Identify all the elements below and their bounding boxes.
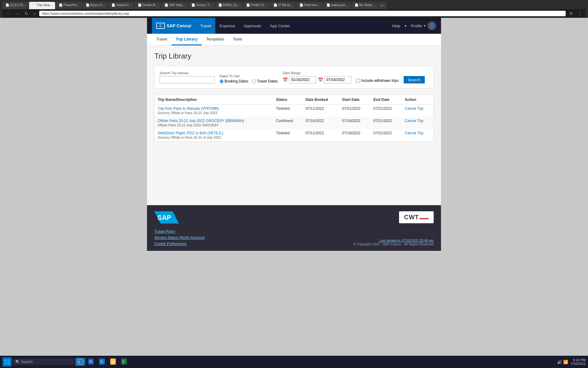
help-dropdown-arrow[interactable]: ▼ [404,24,407,28]
footer-bottom: Travel Policy Service Status (North Amer… [154,229,434,246]
browser-tab-12[interactable]: 📄 Hotel boo... [296,2,323,9]
start-button[interactable] [2,357,12,366]
travel-dates-input[interactable] [252,79,256,83]
trip-desc-2: Offsite Paris 20-21 July 2022 GROCERY [158,123,219,127]
trip-link-2[interactable]: Offsite Paris 20-21 July 2022 GROCERY (B… [158,119,244,123]
end-date-cell-1: 07/21/2022 [370,105,401,117]
last-signed-in-link[interactable]: Last signed in: 07/16/2022 05:46 am [379,239,434,242]
home-button[interactable]: ⌂ [32,10,37,17]
taskbar-excel[interactable]: X [119,358,129,366]
cwt-underline [420,218,429,219]
browser-tab-11[interactable]: 📄 67 Bd du... [270,2,296,9]
help-button[interactable]: Help [392,24,401,28]
calendar-to-icon[interactable]: 📅 [318,77,323,82]
nav-item-approvals[interactable]: Approvals [239,18,266,34]
svg-text:X: X [122,360,125,363]
cookie-preferences-link[interactable]: Cookie Preferences [154,242,205,246]
table-row: WebDirect Flight: POZ to BVA (VETEJL) Gr… [155,129,434,142]
back-button[interactable]: ← [5,10,12,17]
browser-tab-8[interactable]: 📄 Concur: T... [188,2,215,9]
trip-link-1[interactable]: Trip from Paris to Warsaw (VFPCMR) [158,106,219,111]
subnav-tools[interactable]: Tools [228,34,246,45]
travel-policy-link[interactable]: Travel Policy [154,229,205,234]
browser-tab-9[interactable]: 📄 EMEA_Cy... [215,2,243,9]
browser-tab-4[interactable]: 📄 Book a F... [83,2,108,9]
service-status-link[interactable]: Service Status (North America) [154,236,205,240]
col-date-booked: Date Booked [303,95,339,105]
nav-item-expense[interactable]: Expense [215,18,239,34]
taskbar-word[interactable]: W [86,358,96,366]
address-bar: ← → ↻ ⌂ https://www.concursolutions.com/… [2,9,586,18]
search-button[interactable]: Search [404,76,425,83]
more-button[interactable]: ⋮ [576,10,583,17]
browser-tab-2[interactable]: 📄 Trip Libra... [29,2,55,9]
cancel-trip-link-2[interactable]: Cancel Trip [405,119,424,123]
nav-item-app-center[interactable]: App Center [266,18,294,34]
action-cell-2: Cancel Trip [402,117,434,129]
include-withdrawn-input[interactable] [356,79,360,83]
table-row: Offsite Paris 20-21 July 2022 GROCERY (B… [155,117,434,129]
browser-tab-6[interactable]: 📄 Private M... [135,2,161,9]
status-cell-1: Ticketed [273,105,302,117]
start-date-cell-3: 07/19/2022 [339,129,370,142]
cancel-trip-link-1[interactable]: Cancel Trip [405,106,424,111]
search-taskbar[interactable]: 🔍 Search [13,358,74,365]
table-row: Trip from Paris to Warsaw (VFPCMR) Groce… [155,105,434,117]
extensions-button[interactable]: ⚙ [568,11,574,16]
date-to-input[interactable] [324,76,351,83]
trip-link-3[interactable]: WebDirect Flight: POZ to BVA (VETEJL) [158,131,223,135]
subnav-travel[interactable]: Travel [152,34,172,45]
nav-left: C SAP Concur Travel Expense Approvals Ap… [152,18,294,34]
footer-top: SAP CWT [154,211,434,224]
svg-text:📁: 📁 [111,359,115,364]
footer-right: Last signed in: 07/16/2022 05:46 am © Co… [353,239,434,246]
date-row: 📅 📅 [283,76,351,83]
new-tab-button[interactable]: + [378,2,386,9]
subnav-trip-library[interactable]: Trip Library [172,34,202,45]
col-status: Status [273,95,302,105]
travel-dates-radio[interactable]: Travel Dates [252,79,278,83]
browser-tab-1[interactable]: 📄 (5) EU Gr... [2,2,28,9]
action-cell-3: Cancel Trip [402,129,434,142]
action-cell-1: Cancel Trip [402,105,434,117]
calendar-from-icon[interactable]: 📅 [283,77,288,82]
status-cell-2: Confirmed [273,117,302,129]
cwt-logo: CWT [399,211,434,223]
trip-name-cell: Offsite Paris 20-21 July 2022 GROCERY (B… [155,117,273,129]
trip-desc-1: Grocery Offsite in Paris 20-21 July 2022 [158,111,217,115]
col-action: Action [402,95,434,105]
taskbar-outlook[interactable]: O [97,358,107,366]
taskbar-right: 🔊 📶 6:24 PM 7/16/2022 [557,358,586,366]
status-cell-3: Ticketed [273,129,302,142]
profile-label: Profile [411,24,422,28]
end-date-cell-2: 07/21/2022 [370,117,401,129]
last-signed-in: Last signed in: 07/16/2022 05:46 am [353,239,434,242]
subnav-templates[interactable]: Templates [202,34,228,45]
forward-button[interactable]: → [14,10,21,17]
include-withdrawn-checkbox[interactable]: Include withdrawn trips [356,79,399,83]
date-from-input[interactable] [289,76,316,83]
taskbar-explorer[interactable]: 📁 [108,358,118,366]
booking-dates-input[interactable] [220,79,224,83]
cancel-trip-link-3[interactable]: Cancel Trip [405,131,424,135]
browser-tab-7[interactable]: 📄 SAP Help... [161,2,188,9]
col-start-date: Start Date [339,95,370,105]
trip-desc-3: Grocery Offsite in Paris 20-21 of July 2… [158,136,221,139]
sap-logo: SAP [154,211,179,224]
copyright: © Copyright 2022 - SAP Concur - All Righ… [353,242,434,246]
profile-button[interactable]: Profile ▼ 👤 [411,21,436,30]
browser-tab-14[interactable]: 📄 Re: Airfar... [352,2,377,9]
booking-dates-radio[interactable]: Booking Dates [220,79,248,83]
browser-tab-5[interactable]: 📄 Global El... [108,2,134,9]
col-end-date: End Date [370,95,401,105]
search-names-input[interactable] [160,76,215,83]
browser-tab-10[interactable]: 📄 Profile Ch... [243,2,270,9]
browser-tab-3[interactable]: 📄 PowerPoi... [56,2,82,9]
svg-rect-2 [4,359,7,362]
browser-tab-13[interactable]: 📄 malina.gre... [323,2,351,9]
date-range-label: Date Range [283,71,351,75]
refresh-button[interactable]: ↻ [23,10,29,17]
nav-item-travel[interactable]: Travel [196,18,215,34]
url-input[interactable]: https://www.concursolutions.com/travelpo… [39,11,566,16]
taskbar-browser[interactable]: e [75,358,85,366]
